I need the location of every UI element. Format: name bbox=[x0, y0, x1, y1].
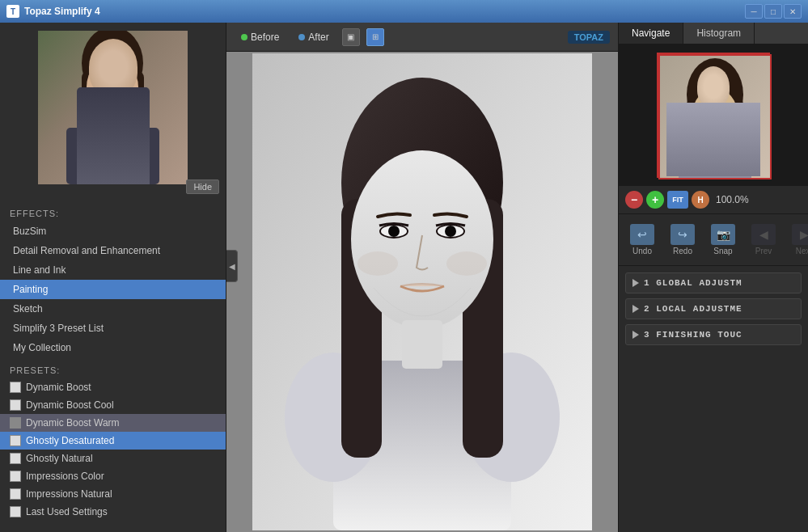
svg-point-20 bbox=[388, 226, 400, 237]
svg-rect-0 bbox=[38, 31, 188, 184]
preset-label: Dynamic Boost bbox=[26, 382, 91, 393]
preset-impressions-color[interactable]: Impressions Color bbox=[0, 467, 226, 485]
zoom-controls: − + FIT H 100.0% bbox=[619, 186, 808, 214]
split-single-button[interactable]: ▣ bbox=[342, 28, 360, 46]
adj-global-triangle bbox=[632, 279, 639, 287]
zoom-percentage: 100.0% bbox=[716, 194, 749, 205]
presets-header: PRESETS: bbox=[0, 362, 226, 378]
effect-item-painting[interactable]: Painting bbox=[0, 280, 226, 299]
zoom-fit-button[interactable]: FIT bbox=[667, 191, 688, 209]
split-dual-button[interactable]: ⊞ bbox=[366, 28, 384, 46]
snap-label: Snap bbox=[713, 247, 732, 255]
svg-point-31 bbox=[717, 109, 729, 116]
svg-rect-3 bbox=[129, 71, 144, 176]
effects-list: BuzSim Detail Removal and Enhancement Li… bbox=[0, 222, 226, 357]
svg-rect-25 bbox=[658, 54, 772, 179]
preset-dynamic-boost-warm[interactable]: Dynamic Boost Warm bbox=[0, 414, 226, 432]
after-dot bbox=[298, 34, 305, 40]
collapse-panel-button[interactable]: ◀ bbox=[226, 250, 238, 282]
adj-global-label: 1 GLOBAL ADJUSTM bbox=[644, 278, 742, 288]
preset-icon bbox=[10, 382, 21, 393]
svg-rect-22 bbox=[402, 320, 442, 369]
presets-list: Dynamic Boost Dynamic Boost Cool Dynamic… bbox=[0, 378, 226, 532]
preset-label: Ghostly Desaturated bbox=[26, 435, 114, 446]
effects-section: EFFECTS: BuzSim Detail Removal and Enhan… bbox=[0, 201, 226, 362]
preset-ghostly-natural[interactable]: Ghostly Natural bbox=[0, 450, 226, 467]
preset-icon bbox=[10, 435, 21, 446]
prev-button[interactable]: ◀ Prev bbox=[747, 221, 781, 259]
effect-item-collection[interactable]: My Collection bbox=[0, 338, 226, 357]
preset-dynamic-boost[interactable]: Dynamic Boost bbox=[0, 378, 226, 396]
nav-thumb-image bbox=[657, 53, 770, 178]
before-button[interactable]: Before bbox=[235, 29, 286, 45]
zoom-out-button[interactable]: − bbox=[625, 191, 643, 209]
topaz-logo: TOPAZ bbox=[568, 31, 610, 44]
next-button[interactable]: ▶ Next bbox=[787, 221, 808, 259]
redo-button[interactable]: ↪ Redo bbox=[666, 221, 700, 259]
nav-tabs: Navigate Histogram bbox=[619, 23, 808, 44]
effect-item-buzsim[interactable]: BuzSim bbox=[0, 222, 226, 241]
svg-point-21 bbox=[445, 226, 456, 237]
svg-rect-2 bbox=[82, 71, 96, 176]
preset-dynamic-boost-cool[interactable]: Dynamic Boost Cool bbox=[0, 396, 226, 414]
zoom-in-button[interactable]: + bbox=[646, 191, 664, 209]
thumbnail-area: Hide bbox=[0, 23, 226, 201]
source-thumbnail bbox=[38, 31, 188, 184]
hide-button[interactable]: Hide bbox=[186, 179, 219, 194]
main-layout: Hide EFFECTS: BuzSim Detail Removal and … bbox=[0, 23, 808, 532]
nav-thumbnail bbox=[619, 44, 808, 186]
canvas-area[interactable] bbox=[226, 52, 618, 532]
prev-icon: ◀ bbox=[751, 224, 776, 245]
titlebar: T Topaz Simplify 4 ─ □ ✕ bbox=[0, 0, 808, 23]
action-buttons: ↩ Undo ↪ Redo 📷 Snap ◀ Prev ▶ Next bbox=[619, 214, 808, 266]
adj-global: 1 GLOBAL ADJUSTM bbox=[625, 272, 802, 293]
svg-point-1 bbox=[82, 31, 143, 99]
effect-item-detail[interactable]: Detail Removal and Enhancement bbox=[0, 241, 226, 260]
preset-icon bbox=[10, 488, 21, 500]
preset-label: Dynamic Boost Cool bbox=[26, 399, 114, 411]
svg-rect-5 bbox=[66, 128, 159, 184]
snap-button[interactable]: 📷 Snap bbox=[706, 221, 740, 259]
preset-icon bbox=[10, 506, 21, 517]
maximize-button[interactable]: □ bbox=[764, 4, 782, 19]
undo-button[interactable]: ↩ Undo bbox=[625, 221, 659, 259]
next-label: Next bbox=[796, 247, 808, 255]
canvas-svg bbox=[252, 53, 592, 530]
adj-finishing-triangle bbox=[632, 331, 639, 339]
after-label: After bbox=[308, 32, 328, 43]
right-panel: Navigate Histogram bbox=[618, 23, 808, 532]
svg-point-30 bbox=[701, 109, 713, 116]
svg-point-24 bbox=[446, 251, 487, 276]
minimize-button[interactable]: ─ bbox=[745, 4, 763, 19]
adj-finishing-header[interactable]: 3 FINISHING TOUC bbox=[626, 325, 801, 344]
snap-icon: 📷 bbox=[711, 224, 735, 245]
zoom-height-button[interactable]: H bbox=[692, 191, 709, 209]
preset-icon bbox=[10, 417, 21, 429]
svg-point-29 bbox=[692, 88, 738, 141]
preset-last-used[interactable]: Last Used Settings bbox=[0, 503, 226, 521]
preset-icon bbox=[10, 399, 21, 411]
tab-navigate[interactable]: Navigate bbox=[619, 23, 683, 44]
effect-item-sketch[interactable]: Sketch bbox=[0, 299, 226, 319]
svg-point-26 bbox=[687, 58, 743, 131]
adj-local-header[interactable]: 2 LOCAL ADJUSTME bbox=[626, 299, 801, 319]
preset-ghostly-desaturated[interactable]: Ghostly Desaturated bbox=[0, 432, 226, 450]
close-button[interactable]: ✕ bbox=[784, 4, 802, 19]
adj-finishing-label: 3 FINISHING TOUC bbox=[644, 330, 742, 340]
svg-rect-32 bbox=[679, 147, 751, 179]
effect-item-simplify3[interactable]: Simplify 3 Preset List bbox=[0, 319, 226, 338]
svg-point-4 bbox=[87, 57, 138, 118]
adj-global-header[interactable]: 1 GLOBAL ADJUSTM bbox=[626, 273, 801, 293]
window-controls: ─ □ ✕ bbox=[745, 4, 802, 19]
adjustments-panel: 1 GLOBAL ADJUSTM 2 LOCAL ADJUSTME 3 FINI… bbox=[619, 266, 808, 532]
svg-rect-28 bbox=[731, 99, 743, 179]
effect-item-line[interactable]: Line and Ink bbox=[0, 260, 226, 280]
preset-impressions-natural[interactable]: Impressions Natural bbox=[0, 485, 226, 503]
redo-icon: ↪ bbox=[671, 224, 695, 245]
adj-finishing: 3 FINISHING TOUC bbox=[625, 324, 802, 345]
tab-histogram[interactable]: Histogram bbox=[683, 23, 755, 44]
effects-header: EFFECTS: bbox=[0, 205, 226, 222]
after-button[interactable]: After bbox=[292, 29, 335, 45]
undo-label: Undo bbox=[632, 247, 652, 255]
before-label: Before bbox=[251, 32, 279, 43]
